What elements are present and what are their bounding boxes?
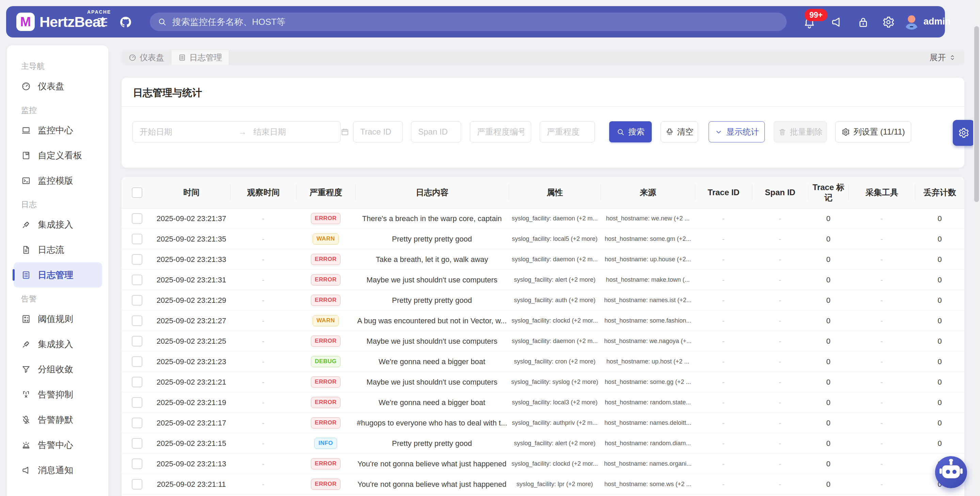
table-row[interactable]: ERROR [122,494,964,496]
table-row[interactable]: 2025-09-02 23:21:17 - ERROR #hugops to e… [122,413,964,433]
cell-time: 2025-09-02 23:21:15 [153,433,230,453]
sidebar-item-monitor-center[interactable]: 监控中心 [7,118,108,143]
row-checkbox[interactable] [132,213,142,224]
search-button[interactable]: 搜索 [609,121,652,142]
sidebar-item-dashboard[interactable]: 仪表盘 [7,73,108,99]
sidebar-item-custom-board[interactable]: 自定义看板 [7,143,108,168]
cell-source: host_hostname: names.deloitt... [601,413,695,433]
cell-trace-flags: 0 [808,290,849,310]
start-date-input[interactable] [133,127,239,137]
row-checkbox[interactable] [132,479,142,490]
page-scrollbar-thumb[interactable] [974,26,979,202]
cell-log-content [355,494,509,496]
global-search-input[interactable] [172,16,779,27]
sidebar-item-threshold-rules[interactable]: 阈值规则 [7,306,108,332]
sidebar-item-log-integration[interactable]: 集成接入 [7,212,108,237]
row-checkbox[interactable] [132,316,142,326]
tab-dashboard[interactable]: 仪表盘 [122,50,171,65]
column-header-scope[interactable]: 采集工具 [849,184,915,201]
severity-number-input[interactable] [470,127,531,137]
column-header-flags[interactable]: Trace 标记 [808,184,849,201]
menu-fold-icon[interactable] [96,16,109,29]
sidebar-item-log-stream[interactable]: 日志流 [7,237,108,262]
cell-span-id: - [752,454,808,474]
cell-scope: - [849,392,915,413]
cell-span-id: - [752,229,808,249]
row-checkbox[interactable] [132,295,142,306]
sidebar-item-alarm-integration[interactable]: 集成接入 [7,332,108,357]
row-checkbox[interactable] [132,418,142,428]
severity-badge: ERROR [311,335,341,346]
sidebar-item-message-notify[interactable]: 消息通知 [7,458,108,483]
row-checkbox[interactable] [132,438,142,449]
cell-observed-time: - [230,270,296,290]
cell-trace-id: - [695,249,752,270]
column-header-severity[interactable]: 严重程度 [296,184,355,201]
column-header-content[interactable]: 日志内容 [355,184,509,201]
table-row[interactable]: 2025-09-02 23:21:33 - ERROR Take a breat… [122,249,964,270]
column-header-trace[interactable]: Trace ID [695,184,752,201]
severity-input[interactable] [540,127,595,137]
cell-dropped-count: 0 [915,311,964,331]
table-row[interactable]: 2025-09-02 23:21:25 - ERROR Maybe we jus… [122,331,964,352]
global-search[interactable] [150,13,787,31]
lock-icon[interactable] [857,16,870,29]
tab-log-manage[interactable]: 日志管理 [171,50,229,65]
table-row[interactable]: 2025-09-02 23:21:37 - ERROR There's a br… [122,209,964,229]
column-header-span[interactable]: Span ID [752,184,808,201]
expand-toggle[interactable]: 展开 [930,52,964,63]
brand-name[interactable]: HertzBeat [40,14,105,30]
row-checkbox[interactable] [132,254,142,265]
table-row[interactable]: 2025-09-02 23:21:31 - ERROR Maybe we jus… [122,270,964,290]
trace-id-input[interactable] [353,127,402,137]
avatar[interactable] [904,14,920,30]
cell-scope: - [849,331,915,351]
show-stats-button[interactable]: 显示统计 [709,121,765,142]
table-row[interactable]: 2025-09-02 23:21:19 - ERROR We're gonna … [122,392,964,413]
sidebar-item-monitor-template[interactable]: 监控模版 [7,168,108,193]
batch-delete-button[interactable]: 批量删除 [774,121,827,142]
column-header-attributes[interactable]: 属性 [509,184,601,201]
column-header-dropped[interactable]: 丢弃计数 [915,184,964,201]
sidebar-item-log-manage[interactable]: 日志管理 [14,262,102,287]
date-range-picker[interactable]: → [132,121,340,142]
select-all-checkbox[interactable] [132,187,142,198]
column-header-source[interactable]: 来源 [601,184,695,201]
github-icon[interactable] [119,16,132,29]
cell-source: host_hostname: up.host (+2 ... [601,352,695,372]
theme-settings-button[interactable] [953,120,975,146]
table-row[interactable]: 2025-09-02 23:21:29 - ERROR Pretty prett… [122,290,964,311]
sidebar-item-alarm-center[interactable]: 告警中心 [7,432,108,458]
table-row[interactable]: 2025-09-02 23:21:11 - ERROR You're not g… [122,474,964,494]
span-id-input[interactable] [411,127,461,137]
row-checkbox[interactable] [132,336,142,346]
table-row[interactable]: 2025-09-02 23:21:35 - WARN Pretty pretty… [122,229,964,249]
hertzbeat-logo-icon[interactable]: M [16,13,35,31]
sidebar-item-group-converge[interactable]: 分组收敛 [7,357,108,382]
row-checkbox[interactable] [132,274,142,285]
sidebar-item-label: 日志管理 [38,269,73,281]
table-row[interactable]: 2025-09-02 23:21:27 - WARN A bug was enc… [122,311,964,331]
table-row[interactable]: 2025-09-02 23:21:13 - ERROR You're not g… [122,454,964,474]
row-checkbox[interactable] [132,377,142,388]
table-row[interactable]: 2025-09-02 23:21:23 - DEBUG We're gonna … [122,352,964,372]
row-checkbox[interactable] [132,356,142,367]
column-settings-button[interactable]: 列设置 (11/11) [835,121,911,142]
end-date-input[interactable] [247,127,339,137]
row-checkbox[interactable] [132,234,142,244]
announcement-icon[interactable] [830,16,843,29]
username[interactable]: admin [923,16,951,27]
sidebar-item-alarm-silence[interactable]: 告警静默 [7,407,108,432]
sidebar-item-alarm-suppress[interactable]: 告警抑制 [7,382,108,407]
table-row[interactable]: 2025-09-02 23:21:15 - INFO Pretty pretty… [122,433,964,454]
table-row[interactable]: 2025-09-02 23:21:21 - ERROR Maybe we jus… [122,372,964,392]
row-checkbox[interactable] [132,459,142,469]
clear-button[interactable]: 清空 [660,121,698,142]
gear-icon[interactable] [882,16,895,29]
ai-assistant-button[interactable] [935,456,967,488]
row-checkbox[interactable] [132,397,142,408]
severity-badge: INFO [314,438,337,449]
column-header-time[interactable]: 时间 [153,184,230,201]
column-header-observed[interactable]: 观察时间 [230,184,296,201]
tab-label: 日志管理 [189,52,222,63]
